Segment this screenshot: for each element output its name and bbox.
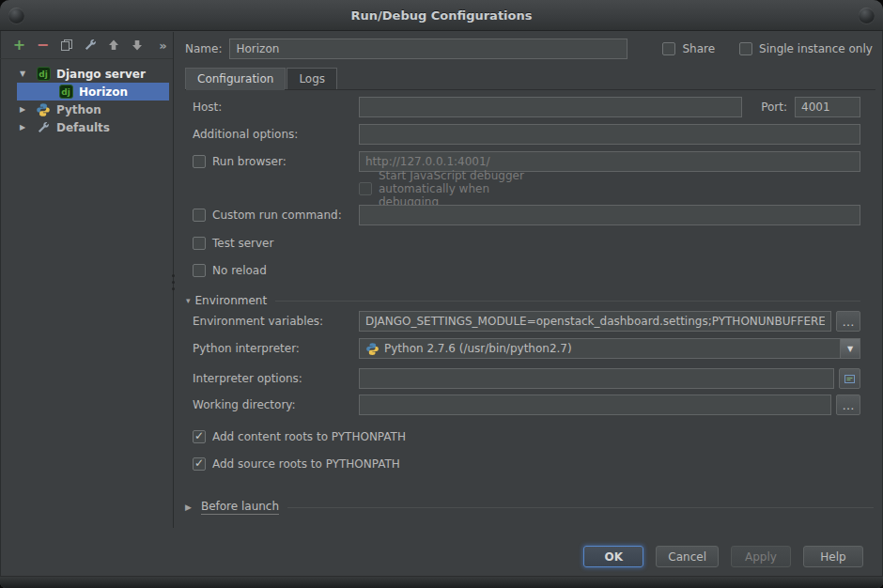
add-source-roots-label: Add source roots to PYTHONPATH: [212, 457, 400, 471]
python-interpreter-dropdown-button[interactable]: ▼: [840, 339, 860, 358]
additional-options-row: Additional options:: [193, 124, 860, 145]
single-instance-checkbox[interactable]: [739, 42, 752, 55]
python-interpreter-value: Python 2.7.6 (/usr/bin/python2.7): [384, 342, 572, 355]
tree-item-django-server[interactable]: ▼ dj Django server: [17, 65, 169, 83]
name-label: Name:: [185, 42, 222, 55]
share-option[interactable]: Share: [662, 42, 715, 55]
move-up-icon[interactable]: [106, 38, 120, 53]
interpreter-options-row: Interpreter options:: [193, 368, 860, 389]
chevron-down-icon: ▼: [847, 345, 853, 353]
js-debugger-label: Start JavaScript debugger automatically …: [379, 169, 545, 209]
checkmark-icon: ✓: [194, 430, 204, 441]
working-directory-input[interactable]: [359, 395, 831, 415]
tree-item-defaults[interactable]: ▶ Defaults: [17, 118, 169, 136]
run-browser-option[interactable]: Run browser:: [193, 155, 359, 168]
add-source-roots-checkbox[interactable]: ✓: [193, 457, 206, 471]
window-button-right[interactable]: [859, 8, 875, 23]
custom-run-command-label: Custom run command:: [212, 209, 342, 222]
ellipsis-icon: …: [843, 398, 855, 412]
environment-section-label: Environment: [195, 294, 268, 307]
python-interpreter-row: Python interpreter: Python 2.7.6 (/usr/b…: [193, 338, 860, 359]
host-row: Host: Port:: [193, 97, 860, 117]
js-debugger-option[interactable]: Start JavaScript debugger automatically …: [359, 180, 860, 197]
chevron-right-icon[interactable]: ▶: [185, 503, 192, 512]
run-browser-label: Run browser:: [212, 155, 287, 168]
add-content-roots-checkbox[interactable]: ✓: [193, 430, 206, 443]
splitter-dot: [172, 287, 175, 290]
additional-options-label: Additional options:: [193, 128, 359, 141]
working-directory-browse-button[interactable]: …: [836, 395, 860, 415]
dialog-buttons: OK Cancel Apply Help: [583, 546, 863, 567]
help-button[interactable]: Help: [803, 546, 863, 567]
add-content-roots-option[interactable]: ✓ Add content roots to PYTHONPATH: [193, 428, 860, 445]
window-title: Run/Debug Configurations: [351, 8, 533, 23]
more-actions-icon[interactable]: »: [155, 38, 169, 53]
no-reload-option[interactable]: No reload: [193, 262, 860, 279]
environment-variables-browse-button[interactable]: …: [836, 311, 860, 332]
chevron-right-icon[interactable]: ▶: [17, 123, 36, 132]
configurations-tree: ▼ dj Django server dj Horizon ▶ Python ▶: [0, 59, 173, 136]
share-checkbox[interactable]: [662, 42, 675, 55]
environment-variables-row: Environment variables: …: [193, 311, 860, 332]
python-interpreter-label: Python interpreter:: [193, 342, 359, 355]
environment-variables-label: Environment variables:: [193, 315, 359, 328]
environment-variables-input[interactable]: [359, 311, 831, 332]
no-reload-checkbox[interactable]: [193, 264, 206, 277]
python-interpreter-select[interactable]: Python 2.7.6 (/usr/bin/python2.7) ▼: [359, 338, 860, 359]
wrench-icon: [36, 120, 51, 135]
interpreter-options-label: Interpreter options:: [193, 372, 359, 385]
add-configuration-icon[interactable]: +: [12, 38, 26, 53]
edit-defaults-wrench-icon[interactable]: [83, 38, 97, 53]
add-content-roots-label: Add content roots to PYTHONPATH: [212, 430, 406, 443]
before-launch-section[interactable]: ▶ Before launch: [185, 500, 874, 515]
tree-item-horizon[interactable]: dj Horizon: [17, 83, 169, 101]
tab-logs[interactable]: Logs: [287, 68, 337, 89]
tab-configuration[interactable]: Configuration: [185, 68, 286, 89]
add-source-roots-option[interactable]: ✓ Add source roots to PYTHONPATH: [193, 456, 860, 472]
expand-field-icon: [844, 373, 856, 385]
sidebar-toolbar: + − »: [0, 32, 173, 59]
chevron-down-icon[interactable]: ▼: [17, 70, 36, 78]
test-server-checkbox[interactable]: [193, 237, 206, 250]
share-label: Share: [682, 42, 715, 55]
remove-configuration-icon[interactable]: −: [36, 38, 50, 53]
single-instance-option[interactable]: Single instance only: [739, 42, 873, 55]
window-titlebar[interactable]: Run/Debug Configurations: [0, 0, 883, 31]
copy-configuration-icon[interactable]: [59, 38, 73, 53]
no-reload-label: No reload: [212, 264, 267, 277]
test-server-option[interactable]: Test server: [193, 235, 860, 252]
panel-splitter[interactable]: [170, 269, 177, 295]
python-icon: [36, 102, 51, 117]
run-browser-checkbox[interactable]: [193, 155, 206, 168]
tree-item-python[interactable]: ▶ Python: [17, 101, 169, 118]
before-launch-label: Before launch: [201, 500, 279, 515]
tree-icon-wrap: dj: [36, 67, 51, 82]
environment-section-header[interactable]: ▾ Environment: [186, 293, 860, 308]
test-server-label: Test server: [212, 237, 273, 250]
additional-options-input[interactable]: [359, 124, 860, 145]
chevron-right-icon[interactable]: ▶: [17, 105, 36, 114]
custom-run-command-input[interactable]: [359, 205, 860, 225]
custom-run-command-row: Custom run command:: [193, 205, 860, 225]
configuration-form: Host: Port: Additional options: Run brow…: [193, 97, 860, 479]
django-icon: dj: [59, 85, 73, 99]
checkmark-icon: ✓: [194, 457, 204, 469]
apply-button[interactable]: Apply: [731, 546, 791, 567]
window-bottom-edge: [0, 576, 883, 588]
expand-field-button[interactable]: [839, 368, 860, 389]
tabbar: Configuration Logs: [185, 67, 875, 90]
name-input[interactable]: [229, 39, 627, 59]
js-debugger-checkbox[interactable]: [359, 182, 372, 195]
custom-run-command-checkbox[interactable]: [193, 209, 206, 222]
tree-item-label: Django server: [56, 68, 146, 81]
move-down-icon[interactable]: [130, 38, 144, 53]
python-icon: [364, 341, 380, 356]
host-input[interactable]: [359, 97, 742, 117]
port-input[interactable]: [795, 97, 860, 117]
custom-run-command-option[interactable]: Custom run command:: [193, 209, 359, 222]
ok-button[interactable]: OK: [583, 546, 643, 567]
interpreter-options-input[interactable]: [359, 368, 834, 389]
window-button-left[interactable]: [8, 8, 24, 23]
chevron-down-icon[interactable]: ▾: [186, 296, 191, 305]
cancel-button[interactable]: Cancel: [656, 546, 719, 567]
